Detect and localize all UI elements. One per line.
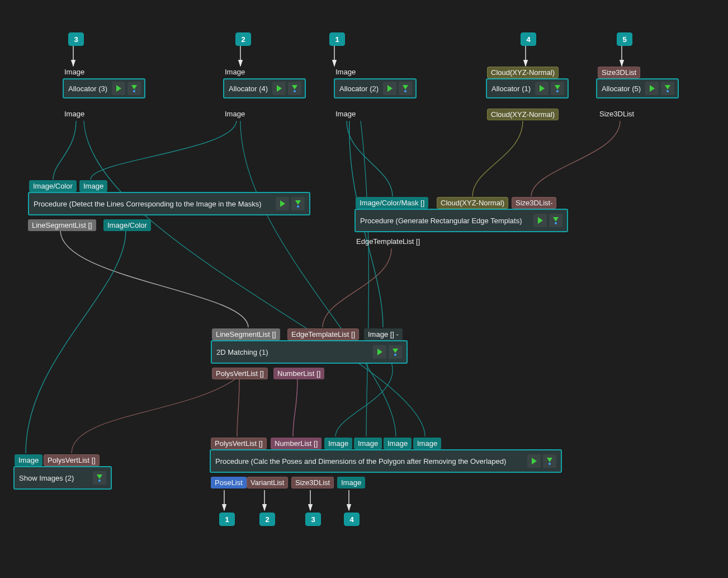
port-out-imagecolor: Image/Color xyxy=(103,219,151,231)
badge-label: 4 xyxy=(349,515,353,524)
port-out-image: Image xyxy=(64,110,84,118)
node-title: 2D Matching (1) xyxy=(216,348,368,356)
output-badge-3[interactable]: 3 xyxy=(305,513,321,526)
play-icon[interactable] xyxy=(276,197,289,210)
download-icon[interactable] xyxy=(389,345,402,359)
download-icon[interactable] xyxy=(127,82,141,95)
port-in-cloud: Cloud(XYZ-Normal) xyxy=(487,67,559,78)
port-out-numberlist: NumberList [] xyxy=(273,368,324,379)
port-in-image: Image xyxy=(354,438,382,449)
port-in-linesegment: LineSegmentList [] xyxy=(212,328,280,340)
port-in-polysvert: PolysVertList [] xyxy=(211,438,267,449)
port-out-linesegment: LineSegmentList [] xyxy=(28,219,96,231)
port-in-size3d: Size3DList- xyxy=(512,197,556,209)
port-in-image-arr: Image [] - xyxy=(364,328,403,340)
play-icon[interactable] xyxy=(527,454,541,468)
output-badge-2[interactable]: 2 xyxy=(259,513,275,526)
download-icon[interactable] xyxy=(291,197,305,210)
play-icon[interactable] xyxy=(535,82,549,95)
node-2d-matching[interactable]: 2D Matching (1) xyxy=(211,340,408,364)
output-badge-4[interactable]: 4 xyxy=(344,513,360,526)
download-icon[interactable] xyxy=(549,214,562,227)
node-show-images[interactable]: Show Images (2) xyxy=(13,466,112,490)
badge-label: 2 xyxy=(265,515,269,524)
node-title: Show Images (2) xyxy=(19,474,88,482)
badge-label: 3 xyxy=(311,515,315,524)
port-in-image: Image xyxy=(413,438,441,449)
port-in-image: Image xyxy=(384,438,412,449)
download-icon[interactable] xyxy=(93,471,106,485)
download-icon[interactable] xyxy=(399,82,412,95)
node-title: Procedure (Generate Rectangular Edge Tem… xyxy=(360,217,529,225)
output-badge-1[interactable]: 1 xyxy=(219,513,235,526)
port-in-image: Image xyxy=(225,68,245,76)
port-out-variantlist: VariantList xyxy=(247,477,288,488)
node-allocator-2[interactable]: Allocator (2) xyxy=(334,78,417,98)
port-out-image: Image xyxy=(335,110,356,118)
port-in-imagecolormask: Image/Color/Mask [] xyxy=(356,197,428,209)
download-icon[interactable] xyxy=(661,82,674,95)
node-graph-canvas[interactable]: { "badges": {"b3":"3","b2":"2","b1":"1",… xyxy=(0,0,728,578)
badge-label: 1 xyxy=(335,35,339,44)
play-icon[interactable] xyxy=(383,82,396,95)
badge-label: 3 xyxy=(74,35,78,44)
badge-label: 2 xyxy=(241,35,245,44)
port-out-edgetemplate: EdgeTemplateList [] xyxy=(356,237,420,246)
badge-label: 1 xyxy=(225,515,229,524)
input-badge-1[interactable]: 1 xyxy=(329,32,345,46)
port-in-image: Image xyxy=(15,454,42,466)
badge-label: 4 xyxy=(526,35,530,44)
play-icon[interactable] xyxy=(373,345,386,359)
badge-label: 5 xyxy=(622,35,626,44)
port-in-cloud: Cloud(XYZ-Normal) xyxy=(437,197,508,209)
port-in-image: Image xyxy=(324,438,352,449)
node-title: Procedure (Detect the Lines Correspondin… xyxy=(34,200,271,208)
node-allocator-3[interactable]: Allocator (3) xyxy=(63,78,145,98)
node-title: Allocator (5) xyxy=(602,84,641,93)
node-title: Allocator (1) xyxy=(491,84,531,93)
port-out-polysvert: PolysVertList [] xyxy=(212,368,268,379)
node-allocator-5[interactable]: Allocator (5) xyxy=(596,78,679,98)
port-in-edgetemplate: EdgeTemplateList [] xyxy=(287,328,359,340)
input-badge-4[interactable]: 4 xyxy=(521,32,536,46)
play-icon[interactable] xyxy=(645,82,659,95)
node-title: Procedure (Calc the Poses and Dimensions… xyxy=(215,457,523,466)
input-badge-5[interactable]: 5 xyxy=(617,32,632,46)
node-procedure-detect-lines[interactable]: Procedure (Detect the Lines Correspondin… xyxy=(28,192,310,215)
port-out-size3d: Size3DList xyxy=(291,477,334,488)
port-in-numberlist: NumberList [] xyxy=(271,438,322,449)
node-procedure-calc-poses[interactable]: Procedure (Calc the Poses and Dimensions… xyxy=(210,449,562,473)
port-in-size3d: Size3DList xyxy=(598,67,640,78)
node-procedure-rect-templates[interactable]: Procedure (Generate Rectangular Edge Tem… xyxy=(354,209,568,232)
node-allocator-1[interactable]: Allocator (1) xyxy=(486,78,569,98)
node-title: Allocator (2) xyxy=(339,84,379,93)
play-icon[interactable] xyxy=(112,82,125,95)
play-icon[interactable] xyxy=(533,214,547,227)
node-title: Allocator (3) xyxy=(68,84,107,93)
port-out-image: Image xyxy=(225,110,245,118)
port-in-polysvert: PolysVertList [] xyxy=(44,454,100,466)
input-badge-2[interactable]: 2 xyxy=(235,32,251,46)
node-allocator-4[interactable]: Allocator (4) xyxy=(223,78,306,98)
port-in-image: Image xyxy=(79,180,107,192)
play-icon[interactable] xyxy=(272,82,286,95)
port-out-cloud: Cloud(XYZ-Normal) xyxy=(487,109,559,120)
port-in-image: Image xyxy=(335,68,356,76)
port-out-size3d: Size3DList xyxy=(599,110,634,118)
port-in-imagecolor: Image/Color xyxy=(29,180,77,192)
port-out-image: Image xyxy=(337,477,365,488)
port-in-image: Image xyxy=(64,68,84,76)
download-icon[interactable] xyxy=(543,454,556,468)
download-icon[interactable] xyxy=(288,82,301,95)
node-title: Allocator (4) xyxy=(229,84,268,93)
input-badge-3[interactable]: 3 xyxy=(68,32,84,46)
download-icon[interactable] xyxy=(551,82,564,95)
port-out-poselist: PoseList xyxy=(211,477,247,488)
